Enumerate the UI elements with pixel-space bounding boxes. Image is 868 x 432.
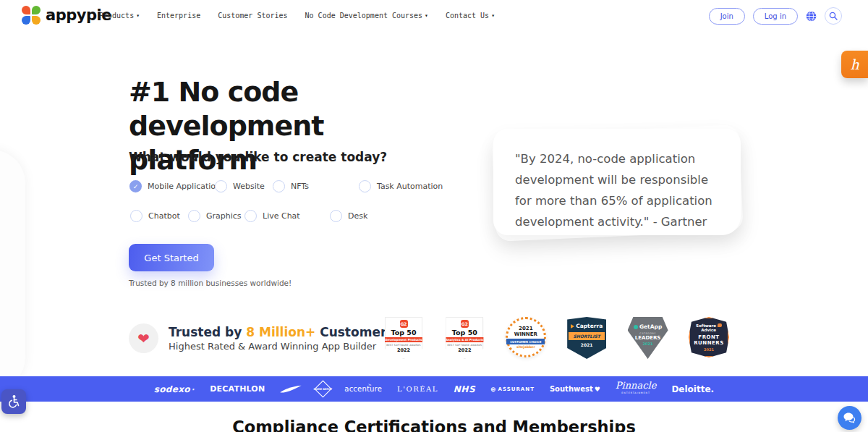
radio-icon[interactable] <box>215 180 227 192</box>
capterra-logo-icon <box>571 324 574 329</box>
g2-logo-icon: G2 <box>461 320 469 328</box>
badge-g2-analytics-ai: G2 Top 50 Analytics & AI Products BEST S… <box>443 317 486 360</box>
brand-southwest: Southwest♥ <box>550 385 600 393</box>
top-navigation-bar: appypie Products ▾ Enterprise Customer S… <box>0 0 868 35</box>
option-mobile-application[interactable]: ✓ Mobile Application <box>129 180 221 192</box>
header-actions: Join Log in <box>709 7 842 25</box>
speech-bubble-icon <box>718 323 722 327</box>
southwest-heart-icon: ♥ <box>595 386 600 393</box>
accessibility-button[interactable] <box>1 389 26 414</box>
option-live-chat[interactable]: Live Chat <box>244 210 300 222</box>
brand-assurant: ⊕ASSURANT <box>490 386 535 393</box>
get-started-button[interactable]: Get Started <box>129 244 214 271</box>
page: appypie Products ▾ Enterprise Customer S… <box>0 0 868 432</box>
trusted-title: Trusted by 8 Million+ Customers <box>169 325 393 339</box>
search-button[interactable] <box>825 7 842 25</box>
brand-deloitte: Deloitte. <box>671 384 714 394</box>
wheelchair-icon <box>7 394 21 409</box>
chevron-down-icon: ▾ <box>425 12 428 19</box>
language-globe-icon[interactable] <box>806 11 817 22</box>
search-icon <box>829 12 838 20</box>
badge-software-advice-frontrunners: SoftwareAdvice FRONT RUNNERS 2021 <box>687 317 731 360</box>
decorative-card-shape <box>0 150 25 391</box>
trusted-subtitle: Highest Rated & Award Winning App Builde… <box>169 341 376 352</box>
brand-nike <box>280 385 302 393</box>
getapp-logo-icon <box>634 325 638 329</box>
heart-badge: ❤ <box>129 323 158 353</box>
option-graphics[interactable]: Graphics <box>188 210 242 222</box>
nav-item-products[interactable]: Products ▾ <box>99 12 140 20</box>
brand-loreal: L'ORÉAL <box>397 385 438 393</box>
logo-petal-blue <box>22 16 30 25</box>
heart-icon: ❤ <box>137 331 150 346</box>
brand-logos-bar: sodexo✶ DECATHLON HOME DEPOT accenture> … <box>0 376 868 402</box>
appypie-logo[interactable]: appypie <box>22 6 111 25</box>
badge-getapp-category-leaders: GetApp CATEGORY LEADERS 2021 <box>626 317 670 360</box>
million-highlight: 8 Million+ <box>246 325 315 339</box>
radio-icon[interactable] <box>244 210 257 222</box>
appypie-logo-icon <box>22 6 41 25</box>
brand-accenture: accenture> <box>344 385 382 393</box>
gartner-quote-card: "By 2024, no-code application developmen… <box>493 129 741 235</box>
brand-pinnacle: PinnacleENTERTAINMENT <box>616 381 657 397</box>
option-chatbot[interactable]: Chatbot <box>130 210 180 222</box>
radio-selected-icon[interactable]: ✓ <box>129 180 142 192</box>
nav-item-no-code-courses[interactable]: No Code Development Courses ▾ <box>305 12 428 20</box>
laurel-wreath-icon: 2021 WINNER CUSTOMER CHOICE sitejabber <box>506 317 546 357</box>
badge-g2-development: G2 Top 50 Development Products BEST SOFT… <box>382 317 425 360</box>
login-button[interactable]: Log in <box>753 8 798 25</box>
brand-sodexo: sodexo✶ <box>154 384 195 394</box>
software-advice-hex: SoftwareAdvice FRONT RUNNERS 2021 <box>689 317 729 357</box>
main-nav: Products ▾ Enterprise Customer Stories N… <box>99 12 495 20</box>
radio-icon[interactable] <box>188 210 200 222</box>
badge-sitejabber-winner: 2021 WINNER CUSTOMER CHOICE sitejabber <box>504 317 548 360</box>
radio-icon[interactable] <box>130 210 142 222</box>
brand-nhs: NHS <box>454 384 475 394</box>
nike-swoosh-icon <box>280 385 302 393</box>
check-icon: ✓ <box>133 183 139 190</box>
radio-icon[interactable] <box>359 180 371 192</box>
chat-bubbles-icon <box>843 412 856 423</box>
assurant-mark-icon: ⊕ <box>490 386 497 393</box>
logo-petal-yellow <box>32 16 41 25</box>
g2-logo-icon: G2 <box>400 320 408 328</box>
accenture-mark-icon: > <box>368 382 372 387</box>
capterra-shield: Capterra SHORTLIST 2021 <box>567 317 606 359</box>
hero-subtitle: What would you like to create today? <box>129 150 387 164</box>
getapp-diamond: GetApp CATEGORY LEADERS 2021 <box>628 317 668 359</box>
join-button[interactable]: Join <box>709 8 745 25</box>
award-badges-row: G2 Top 50 Development Products BEST SOFT… <box>382 317 731 362</box>
option-nfts[interactable]: NFTs <box>273 180 309 192</box>
nav-item-contact-us[interactable]: Contact Us ▾ <box>446 12 495 20</box>
brand-decathlon: DECATHLON <box>210 384 265 394</box>
chevron-down-icon: ▾ <box>136 12 140 19</box>
g2-shield: G2 Top 50 Development Products BEST SOFT… <box>385 317 422 359</box>
compliance-section-title: Compliance Certifications and Membership… <box>0 418 868 432</box>
nav-item-enterprise[interactable]: Enterprise <box>157 12 200 20</box>
logo-petal-green <box>32 6 41 14</box>
quote-text: "By 2024, no-code application developmen… <box>493 129 741 235</box>
honey-extension-tab[interactable]: h <box>841 51 868 78</box>
honey-icon: h <box>850 56 859 72</box>
brand-home-depot: HOME DEPOT <box>315 380 332 397</box>
radio-icon[interactable] <box>273 180 285 192</box>
nav-item-customer-stories[interactable]: Customer Stories <box>218 12 287 20</box>
trusted-note: Trusted by 8 million businesses worldwid… <box>129 279 292 287</box>
sodexo-star-icon: ✶ <box>192 387 195 391</box>
radio-icon[interactable] <box>330 210 342 222</box>
live-chat-button[interactable] <box>838 406 861 430</box>
chevron-down-icon: ▾ <box>491 12 495 19</box>
option-task-automation[interactable]: Task Automation <box>359 180 443 192</box>
option-website[interactable]: Website <box>215 180 265 192</box>
badge-capterra-shortlist: Capterra SHORTLIST 2021 <box>565 317 608 360</box>
g2-shield: G2 Top 50 Analytics & AI Products BEST S… <box>446 317 483 359</box>
option-desk[interactable]: Desk <box>330 210 367 222</box>
logo-petal-orange <box>22 6 30 14</box>
